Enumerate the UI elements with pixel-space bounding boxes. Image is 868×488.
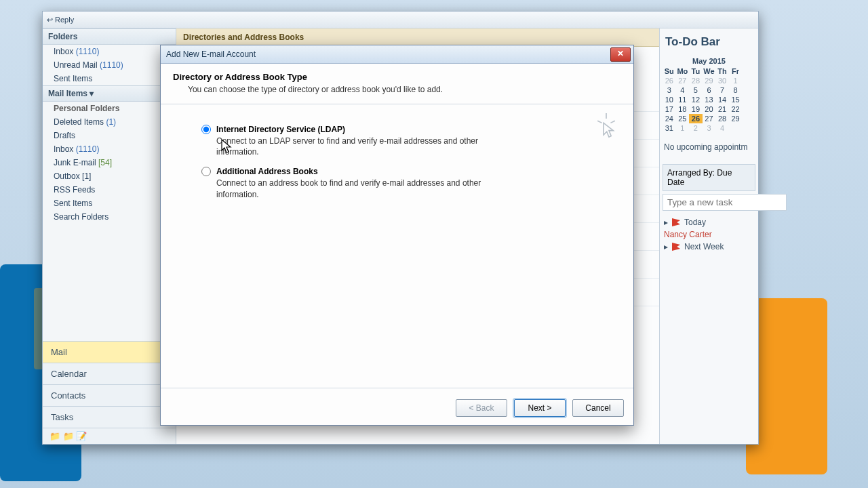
todo-title: To-Do Bar bbox=[660, 28, 758, 56]
dialog-titlebar[interactable]: Add New E-mail Account ✕ bbox=[161, 45, 633, 64]
nav-header-folders[interactable]: Folders bbox=[43, 28, 176, 45]
flag-icon bbox=[672, 218, 680, 226]
nav-search-folders[interactable]: Search Folders bbox=[43, 210, 176, 224]
back-button[interactable]: < Back bbox=[456, 399, 507, 417]
dialog-title: Add New E-mail Account bbox=[166, 49, 256, 59]
label-additional: Additional Address Books bbox=[216, 167, 318, 176]
nav-inbox[interactable]: Inbox (1110) bbox=[43, 45, 176, 58]
desc-additional: Connect to an address book to find and v… bbox=[201, 176, 508, 199]
group-today[interactable]: ▸Today bbox=[664, 218, 754, 227]
close-button[interactable]: ✕ bbox=[610, 47, 631, 62]
navbar-contacts[interactable]: Contacts bbox=[43, 384, 176, 406]
radio-ldap[interactable] bbox=[201, 125, 211, 134]
nav-sent2[interactable]: Sent Items bbox=[43, 197, 176, 210]
navbar-tasks[interactable]: Tasks bbox=[43, 406, 176, 428]
option-additional[interactable]: Additional Address Books Connect to an a… bbox=[201, 167, 593, 199]
nav-deleted[interactable]: Deleted Items (1) bbox=[43, 115, 176, 129]
arranged-by[interactable]: Arranged By: Due Date bbox=[663, 164, 755, 191]
cursor-hint-icon bbox=[595, 110, 617, 143]
nav-drafts[interactable]: Drafts bbox=[43, 129, 176, 142]
nav-junk[interactable]: Junk E-mail [54] bbox=[43, 156, 176, 169]
radio-additional[interactable] bbox=[201, 167, 211, 176]
add-account-dialog: Add New E-mail Account ✕ Directory or Ad… bbox=[160, 45, 634, 426]
desc-ldap: Connect to an LDAP server to find and ve… bbox=[201, 134, 508, 157]
nav-personal-folders[interactable]: Personal Folders bbox=[43, 102, 176, 115]
flag-icon bbox=[672, 243, 680, 251]
next-button[interactable]: Next > bbox=[514, 399, 566, 417]
navbar-shortcuts[interactable]: 📁 📁 📝 bbox=[43, 428, 176, 444]
group-next-week[interactable]: ▸Next Week bbox=[664, 242, 754, 251]
cancel-button[interactable]: Cancel bbox=[572, 399, 624, 417]
option-ldap[interactable]: Internet Directory Service (LDAP) Connec… bbox=[201, 125, 593, 157]
task-nancy[interactable]: Nancy Carter bbox=[664, 230, 754, 239]
nav-unread[interactable]: Unread Mail (1110) bbox=[43, 58, 176, 72]
dialog-subheading: You can choose the type of directory or … bbox=[173, 82, 621, 94]
no-appointments: No upcoming appointm bbox=[660, 133, 758, 161]
nav-pane: Folders Inbox (1110) Unread Mail (1110) … bbox=[43, 28, 176, 444]
dialog-heading: Directory or Address Book Type bbox=[173, 72, 621, 82]
navbar-calendar[interactable]: Calendar bbox=[43, 363, 176, 384]
nav-header-mailitems[interactable]: Mail Items ▾ bbox=[43, 85, 176, 102]
nav-rss[interactable]: RSS Feeds bbox=[43, 183, 176, 197]
label-ldap: Internet Directory Service (LDAP) bbox=[216, 125, 345, 134]
mini-calendar[interactable]: May 2015 SuMoTuWeThFr 26272829301 345678… bbox=[660, 56, 758, 133]
nav-inbox2[interactable]: Inbox (1110) bbox=[43, 142, 176, 156]
calendar-month[interactable]: May 2015 bbox=[663, 56, 755, 66]
svg-line-2 bbox=[610, 121, 614, 123]
todo-bar: To-Do Bar May 2015 SuMoTuWeThFr 26272829… bbox=[659, 28, 758, 444]
new-task-input[interactable] bbox=[663, 194, 787, 211]
navbar-mail[interactable]: Mail bbox=[43, 341, 176, 363]
tab-directories[interactable]: Directories and Address Books bbox=[176, 28, 678, 47]
reply-button[interactable]: ↩ Reply bbox=[47, 16, 74, 24]
main-toolbar: ↩ Reply bbox=[43, 12, 758, 28]
nav-sent[interactable]: Sent Items bbox=[43, 72, 176, 85]
svg-line-1 bbox=[597, 121, 601, 123]
nav-outbox[interactable]: Outbox [1] bbox=[43, 169, 176, 183]
